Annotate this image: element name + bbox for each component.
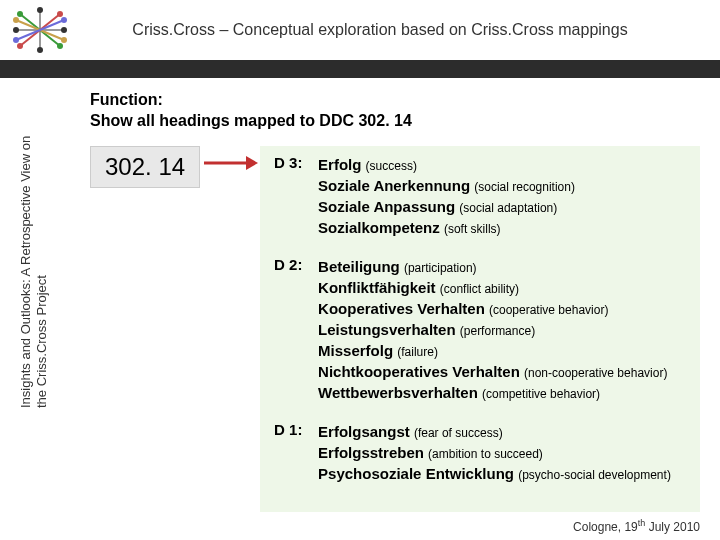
term-de: Konfliktfähigkeit bbox=[318, 279, 440, 296]
term-line: Nichtkooperatives Verhalten (non-coopera… bbox=[318, 361, 686, 382]
sidebar-line1: Insights and Outlooks: A Retrospective V… bbox=[18, 136, 33, 408]
term-de: Soziale Anpassung bbox=[318, 198, 459, 215]
term-de: Erfolg bbox=[318, 156, 366, 173]
term-en: (cooperative behavior) bbox=[489, 303, 608, 317]
function-description: Show all headings mapped to DDC 302. 14 bbox=[90, 112, 412, 129]
term-de: Wettbewerbsverhalten bbox=[318, 384, 482, 401]
svg-point-8 bbox=[37, 7, 43, 13]
footer-date: July 2010 bbox=[645, 520, 700, 534]
divider-bar bbox=[0, 60, 720, 78]
svg-point-11 bbox=[57, 43, 63, 49]
sidebar-caption: Insights and Outlooks: A Retrospective V… bbox=[18, 88, 49, 408]
term-line: Soziale Anpassung (social adaptation) bbox=[318, 196, 686, 217]
crisscross-logo-icon bbox=[10, 6, 70, 54]
function-label: Function: bbox=[90, 91, 163, 108]
term-en: (fear of success) bbox=[414, 426, 503, 440]
term-en: (failure) bbox=[397, 345, 438, 359]
svg-point-17 bbox=[13, 37, 19, 43]
group-terms: Erfolgsangst (fear of success)Erfolgsstr… bbox=[318, 421, 686, 484]
group-label: D 2: bbox=[274, 256, 318, 403]
term-en: (social adaptation) bbox=[459, 201, 557, 215]
term-en: (performance) bbox=[460, 324, 535, 338]
mapping-area: 302. 14 D 3:Erfolg (success)Soziale Aner… bbox=[90, 146, 720, 512]
group-label: D 1: bbox=[274, 421, 318, 484]
ddc-code-box: 302. 14 bbox=[90, 146, 200, 188]
term-de: Psychosoziale Entwicklung bbox=[318, 465, 518, 482]
term-de: Leistungsverhalten bbox=[318, 321, 460, 338]
term-line: Sozialkompetenz (soft skills) bbox=[318, 217, 686, 238]
term-de: Misserfolg bbox=[318, 342, 397, 359]
term-line: Soziale Anerkennung (social recognition) bbox=[318, 175, 686, 196]
term-en: (conflict ability) bbox=[440, 282, 519, 296]
term-en: (competitive behavior) bbox=[482, 387, 600, 401]
slide-title: Criss.Cross – Conceptual exploration bas… bbox=[70, 21, 710, 39]
svg-point-6 bbox=[13, 27, 19, 33]
svg-point-7 bbox=[61, 27, 67, 33]
term-de: Nichtkooperatives Verhalten bbox=[318, 363, 524, 380]
term-line: Beteiligung (participation) bbox=[318, 256, 686, 277]
footer-place: Cologne, 19 bbox=[573, 520, 638, 534]
terms-panel: D 3:Erfolg (success)Soziale Anerkennung … bbox=[260, 146, 700, 512]
group-label: D 3: bbox=[274, 154, 318, 238]
svg-point-15 bbox=[61, 37, 67, 43]
svg-point-12 bbox=[57, 11, 63, 17]
term-line: Misserfolg (failure) bbox=[318, 340, 686, 361]
term-line: Erfolgsangst (fear of success) bbox=[318, 421, 686, 442]
term-de: Beteiligung bbox=[318, 258, 404, 275]
sidebar-line2: the Criss.Cross Project bbox=[34, 275, 49, 408]
term-line: Erfolg (success) bbox=[318, 154, 686, 175]
term-en: (success) bbox=[366, 159, 417, 173]
term-line: Konfliktfähigkeit (conflict ability) bbox=[318, 277, 686, 298]
term-line: Erfolgsstreben (ambition to succeed) bbox=[318, 442, 686, 463]
function-heading: Function: Show all headings mapped to DD… bbox=[90, 90, 720, 132]
term-line: Psychosoziale Entwicklung (psycho-social… bbox=[318, 463, 686, 484]
term-en: (psycho-social development) bbox=[518, 468, 671, 482]
term-line: Leistungsverhalten (performance) bbox=[318, 319, 686, 340]
term-group: D 3:Erfolg (success)Soziale Anerkennung … bbox=[274, 154, 686, 238]
svg-point-9 bbox=[37, 47, 43, 53]
svg-point-13 bbox=[17, 43, 23, 49]
term-group: D 2:Beteiligung (participation)Konfliktf… bbox=[274, 256, 686, 403]
term-en: (soft skills) bbox=[444, 222, 501, 236]
svg-point-14 bbox=[13, 17, 19, 23]
term-en: (participation) bbox=[404, 261, 477, 275]
svg-point-16 bbox=[61, 17, 67, 23]
term-de: Erfolgsangst bbox=[318, 423, 414, 440]
term-de: Kooperatives Verhalten bbox=[318, 300, 489, 317]
term-line: Kooperatives Verhalten (cooperative beha… bbox=[318, 298, 686, 319]
term-en: (social recognition) bbox=[474, 180, 575, 194]
term-en: (non-cooperative behavior) bbox=[524, 366, 667, 380]
group-terms: Erfolg (success)Soziale Anerkennung (soc… bbox=[318, 154, 686, 238]
svg-marker-19 bbox=[246, 156, 258, 170]
term-group: D 1:Erfolgsangst (fear of success)Erfolg… bbox=[274, 421, 686, 484]
svg-point-10 bbox=[17, 11, 23, 17]
slide-content: Insights and Outlooks: A Retrospective V… bbox=[0, 78, 720, 512]
term-de: Soziale Anerkennung bbox=[318, 177, 474, 194]
group-terms: Beteiligung (participation)Konfliktfähig… bbox=[318, 256, 686, 403]
slide-header: Criss.Cross – Conceptual exploration bas… bbox=[0, 0, 720, 60]
term-en: (ambition to succeed) bbox=[428, 447, 543, 461]
arrow-right-icon bbox=[200, 146, 260, 180]
term-line: Wettbewerbsverhalten (competitive behavi… bbox=[318, 382, 686, 403]
term-de: Sozialkompetenz bbox=[318, 219, 444, 236]
slide-footer: Cologne, 19th July 2010 bbox=[573, 518, 700, 534]
term-de: Erfolgsstreben bbox=[318, 444, 428, 461]
